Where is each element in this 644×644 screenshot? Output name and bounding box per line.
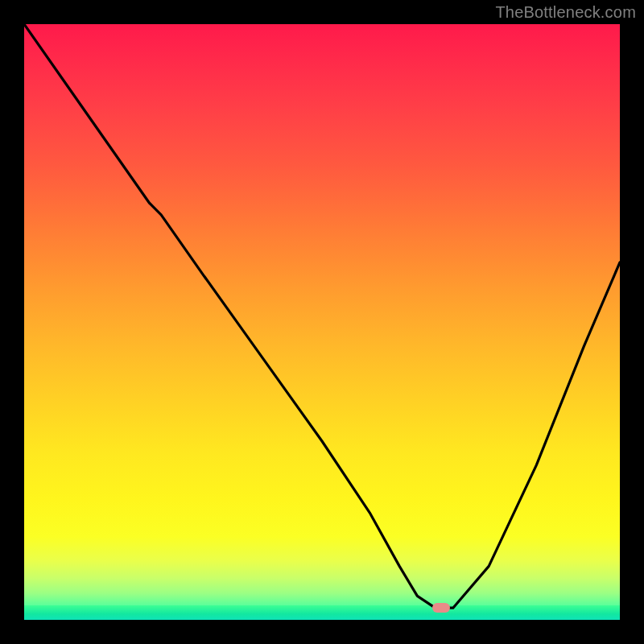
watermark-text: TheBottleneck.com — [495, 3, 636, 22]
curve-path — [24, 24, 620, 608]
minimum-marker — [432, 603, 450, 613]
chart-frame: TheBottleneck.com — [0, 0, 644, 644]
curve-svg — [24, 24, 620, 620]
plot-area — [24, 24, 620, 620]
